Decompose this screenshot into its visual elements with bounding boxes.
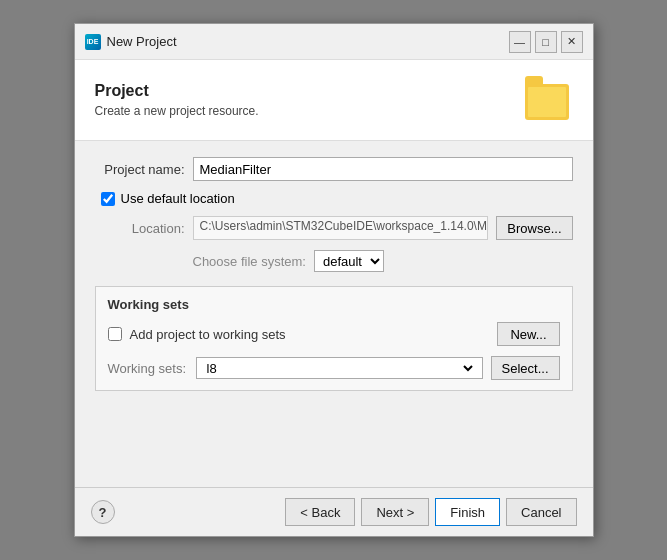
use-default-location-row: Use default location xyxy=(95,191,573,206)
window-controls: — □ ✕ xyxy=(509,31,583,53)
dialog-subtitle: Create a new project resource. xyxy=(95,104,259,118)
use-default-location-checkbox[interactable] xyxy=(101,192,115,206)
project-name-row: Project name: xyxy=(95,157,573,181)
footer-buttons: < Back Next > Finish Cancel xyxy=(285,498,576,526)
cancel-button[interactable]: Cancel xyxy=(506,498,576,526)
folder-icon-container xyxy=(525,76,573,124)
use-default-location-label: Use default location xyxy=(121,191,235,206)
browse-button[interactable]: Browse... xyxy=(496,216,572,240)
new-working-set-button[interactable]: New... xyxy=(497,322,559,346)
footer-left: ? xyxy=(91,500,115,524)
working-sets-dropdown[interactable]: l8 xyxy=(196,357,483,379)
project-name-input[interactable] xyxy=(193,157,573,181)
dialog-title: Project xyxy=(95,82,259,100)
filesystem-row: Choose file system: default xyxy=(95,250,573,272)
dialog-footer: ? < Back Next > Finish Cancel xyxy=(75,487,593,536)
help-button[interactable]: ? xyxy=(91,500,115,524)
select-working-sets-button[interactable]: Select... xyxy=(491,356,560,380)
add-working-sets-checkbox[interactable] xyxy=(108,327,122,341)
maximize-button[interactable]: □ xyxy=(535,31,557,53)
working-sets-group: Working sets Add project to working sets… xyxy=(95,286,573,391)
back-button[interactable]: < Back xyxy=(285,498,355,526)
location-label: Location: xyxy=(95,221,185,236)
location-row: Location: C:\Users\admin\STM32CubeIDE\wo… xyxy=(95,216,573,240)
add-working-sets-row: Add project to working sets New... xyxy=(108,322,560,346)
app-logo: IDE xyxy=(85,34,101,50)
folder-icon xyxy=(525,84,569,120)
working-sets-select[interactable]: l8 xyxy=(203,360,476,377)
dialog-header: Project Create a new project resource. xyxy=(75,60,593,141)
minimize-button[interactable]: — xyxy=(509,31,531,53)
header-text: Project Create a new project resource. xyxy=(95,82,259,118)
new-project-dialog: IDE New Project — □ ✕ Project Create a n… xyxy=(74,23,594,537)
add-working-sets-label: Add project to working sets xyxy=(130,327,490,342)
empty-space xyxy=(95,391,573,471)
filesystem-label: Choose file system: xyxy=(193,254,306,269)
project-name-label: Project name: xyxy=(95,162,185,177)
working-sets-sets-label: Working sets: xyxy=(108,361,188,376)
working-sets-title: Working sets xyxy=(108,297,560,312)
close-button[interactable]: ✕ xyxy=(561,31,583,53)
title-bar: IDE New Project — □ ✕ xyxy=(75,24,593,60)
next-button[interactable]: Next > xyxy=(361,498,429,526)
finish-button[interactable]: Finish xyxy=(435,498,500,526)
content-section: Project name: Use default location Locat… xyxy=(75,141,593,487)
window-title: New Project xyxy=(107,34,503,49)
working-sets-selector-row: Working sets: l8 Select... xyxy=(108,356,560,380)
location-value: C:\Users\admin\STM32CubeIDE\workspace_1.… xyxy=(193,216,489,240)
filesystem-select[interactable]: default xyxy=(314,250,384,272)
